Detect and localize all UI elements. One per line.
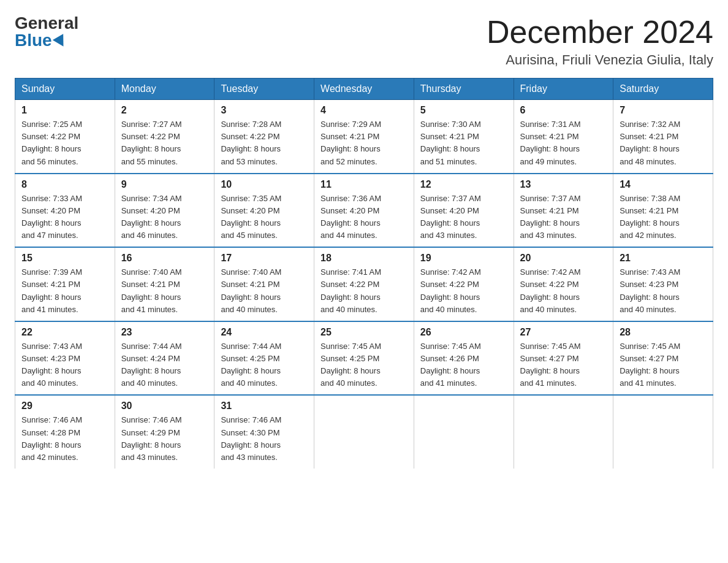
day-number: 10 <box>221 179 308 190</box>
day-number: 4 <box>320 105 408 116</box>
day-number: 21 <box>620 253 707 264</box>
day-info: Sunrise: 7:43 AM Sunset: 4:23 PM Dayligh… <box>21 340 108 390</box>
column-header-saturday: Saturday <box>613 79 713 100</box>
day-info: Sunrise: 7:46 AM Sunset: 4:29 PM Dayligh… <box>121 414 208 464</box>
day-number: 25 <box>320 327 408 338</box>
day-number: 1 <box>21 105 108 116</box>
calendar-day-cell: 25 Sunrise: 7:45 AM Sunset: 4:25 PM Dayl… <box>314 321 414 396</box>
logo-blue-text: Blue <box>15 32 67 49</box>
day-info: Sunrise: 7:36 AM Sunset: 4:20 PM Dayligh… <box>320 193 408 242</box>
day-number: 27 <box>520 327 607 338</box>
day-info: Sunrise: 7:46 AM Sunset: 4:28 PM Dayligh… <box>21 414 108 464</box>
day-info: Sunrise: 7:40 AM Sunset: 4:21 PM Dayligh… <box>221 266 308 316</box>
day-number: 31 <box>221 400 308 412</box>
calendar-day-cell: 27 Sunrise: 7:45 AM Sunset: 4:27 PM Dayl… <box>514 321 613 396</box>
day-info: Sunrise: 7:43 AM Sunset: 4:23 PM Dayligh… <box>620 266 707 316</box>
day-number: 2 <box>121 105 208 116</box>
day-info: Sunrise: 7:42 AM Sunset: 4:22 PM Dayligh… <box>420 266 507 316</box>
day-number: 9 <box>121 179 208 190</box>
day-number: 23 <box>121 327 208 338</box>
calendar-week-row: 15 Sunrise: 7:39 AM Sunset: 4:21 PM Dayl… <box>15 247 713 321</box>
day-number: 14 <box>620 179 707 190</box>
day-number: 16 <box>121 253 208 264</box>
calendar-day-cell: 14 Sunrise: 7:38 AM Sunset: 4:21 PM Dayl… <box>613 174 713 248</box>
calendar-day-cell <box>314 395 414 469</box>
day-info: Sunrise: 7:38 AM Sunset: 4:21 PM Dayligh… <box>620 193 707 242</box>
calendar-day-cell: 22 Sunrise: 7:43 AM Sunset: 4:23 PM Dayl… <box>15 321 115 396</box>
month-title: December 2024 <box>487 15 713 50</box>
day-info: Sunrise: 7:44 AM Sunset: 4:25 PM Dayligh… <box>221 340 308 390</box>
calendar-day-cell: 4 Sunrise: 7:29 AM Sunset: 4:21 PM Dayli… <box>314 100 414 174</box>
calendar-day-cell: 11 Sunrise: 7:36 AM Sunset: 4:20 PM Dayl… <box>314 174 414 248</box>
day-info: Sunrise: 7:37 AM Sunset: 4:20 PM Dayligh… <box>420 193 507 242</box>
calendar-day-cell: 26 Sunrise: 7:45 AM Sunset: 4:26 PM Dayl… <box>414 321 514 396</box>
calendar-day-cell: 9 Sunrise: 7:34 AM Sunset: 4:20 PM Dayli… <box>115 174 214 248</box>
calendar-day-cell <box>514 395 613 469</box>
day-number: 24 <box>221 327 308 338</box>
location-title: Aurisina, Friuli Venezia Giulia, Italy <box>487 52 713 68</box>
day-info: Sunrise: 7:29 AM Sunset: 4:21 PM Dayligh… <box>320 118 408 168</box>
calendar-week-row: 29 Sunrise: 7:46 AM Sunset: 4:28 PM Dayl… <box>15 395 713 469</box>
calendar-day-cell: 15 Sunrise: 7:39 AM Sunset: 4:21 PM Dayl… <box>15 247 115 321</box>
calendar-day-cell: 18 Sunrise: 7:41 AM Sunset: 4:22 PM Dayl… <box>314 247 414 321</box>
calendar-day-cell: 3 Sunrise: 7:28 AM Sunset: 4:22 PM Dayli… <box>214 100 314 174</box>
day-info: Sunrise: 7:31 AM Sunset: 4:21 PM Dayligh… <box>520 118 607 168</box>
day-info: Sunrise: 7:46 AM Sunset: 4:30 PM Dayligh… <box>221 414 308 464</box>
calendar-day-cell: 21 Sunrise: 7:43 AM Sunset: 4:23 PM Dayl… <box>613 247 713 321</box>
calendar-day-cell: 8 Sunrise: 7:33 AM Sunset: 4:20 PM Dayli… <box>15 174 115 248</box>
day-number: 8 <box>21 179 108 190</box>
day-number: 29 <box>21 400 108 412</box>
day-info: Sunrise: 7:44 AM Sunset: 4:24 PM Dayligh… <box>121 340 208 390</box>
day-info: Sunrise: 7:42 AM Sunset: 4:22 PM Dayligh… <box>520 266 607 316</box>
calendar-day-cell: 10 Sunrise: 7:35 AM Sunset: 4:20 PM Dayl… <box>214 174 314 248</box>
calendar-day-cell: 7 Sunrise: 7:32 AM Sunset: 4:21 PM Dayli… <box>613 100 713 174</box>
day-info: Sunrise: 7:34 AM Sunset: 4:20 PM Dayligh… <box>121 193 208 242</box>
day-number: 5 <box>420 105 507 116</box>
day-number: 3 <box>221 105 308 116</box>
calendar-day-cell: 1 Sunrise: 7:25 AM Sunset: 4:22 PM Dayli… <box>15 100 115 174</box>
day-info: Sunrise: 7:45 AM Sunset: 4:27 PM Dayligh… <box>520 340 607 390</box>
calendar-day-cell: 13 Sunrise: 7:37 AM Sunset: 4:21 PM Dayl… <box>514 174 613 248</box>
calendar-week-row: 22 Sunrise: 7:43 AM Sunset: 4:23 PM Dayl… <box>15 321 713 396</box>
day-info: Sunrise: 7:39 AM Sunset: 4:21 PM Dayligh… <box>21 266 108 316</box>
calendar-day-cell: 20 Sunrise: 7:42 AM Sunset: 4:22 PM Dayl… <box>514 247 613 321</box>
column-header-tuesday: Tuesday <box>214 79 314 100</box>
day-number: 15 <box>21 253 108 264</box>
calendar-day-cell: 5 Sunrise: 7:30 AM Sunset: 4:21 PM Dayli… <box>414 100 514 174</box>
calendar-day-cell <box>613 395 713 469</box>
calendar-day-cell <box>414 395 514 469</box>
day-info: Sunrise: 7:45 AM Sunset: 4:25 PM Dayligh… <box>320 340 408 390</box>
page-header: General Blue December 2024 Aurisina, Fri… <box>15 15 713 68</box>
column-header-thursday: Thursday <box>414 79 514 100</box>
day-number: 26 <box>420 327 507 338</box>
calendar-day-cell: 28 Sunrise: 7:45 AM Sunset: 4:27 PM Dayl… <box>613 321 713 396</box>
day-info: Sunrise: 7:41 AM Sunset: 4:22 PM Dayligh… <box>320 266 408 316</box>
day-number: 22 <box>21 327 108 338</box>
day-info: Sunrise: 7:35 AM Sunset: 4:20 PM Dayligh… <box>221 193 308 242</box>
column-header-monday: Monday <box>115 79 214 100</box>
day-number: 19 <box>420 253 507 264</box>
calendar-day-cell: 6 Sunrise: 7:31 AM Sunset: 4:21 PM Dayli… <box>514 100 613 174</box>
day-number: 30 <box>121 400 208 412</box>
day-info: Sunrise: 7:37 AM Sunset: 4:21 PM Dayligh… <box>520 193 607 242</box>
day-number: 17 <box>221 253 308 264</box>
column-header-wednesday: Wednesday <box>314 79 414 100</box>
day-number: 7 <box>620 105 707 116</box>
logo: General Blue <box>15 15 78 49</box>
calendar-table: SundayMondayTuesdayWednesdayThursdayFrid… <box>15 78 713 469</box>
calendar-day-cell: 29 Sunrise: 7:46 AM Sunset: 4:28 PM Dayl… <box>15 395 115 469</box>
calendar-day-cell: 30 Sunrise: 7:46 AM Sunset: 4:29 PM Dayl… <box>115 395 214 469</box>
day-info: Sunrise: 7:33 AM Sunset: 4:20 PM Dayligh… <box>21 193 108 242</box>
day-number: 12 <box>420 179 507 190</box>
calendar-day-cell: 12 Sunrise: 7:37 AM Sunset: 4:20 PM Dayl… <box>414 174 514 248</box>
calendar-day-cell: 19 Sunrise: 7:42 AM Sunset: 4:22 PM Dayl… <box>414 247 514 321</box>
day-info: Sunrise: 7:45 AM Sunset: 4:26 PM Dayligh… <box>420 340 507 390</box>
day-number: 6 <box>520 105 607 116</box>
day-info: Sunrise: 7:27 AM Sunset: 4:22 PM Dayligh… <box>121 118 208 168</box>
calendar-week-row: 1 Sunrise: 7:25 AM Sunset: 4:22 PM Dayli… <box>15 100 713 174</box>
day-number: 18 <box>320 253 408 264</box>
calendar-day-cell: 16 Sunrise: 7:40 AM Sunset: 4:21 PM Dayl… <box>115 247 214 321</box>
column-header-sunday: Sunday <box>15 79 115 100</box>
day-info: Sunrise: 7:45 AM Sunset: 4:27 PM Dayligh… <box>620 340 707 390</box>
calendar-header-row: SundayMondayTuesdayWednesdayThursdayFrid… <box>15 79 713 100</box>
